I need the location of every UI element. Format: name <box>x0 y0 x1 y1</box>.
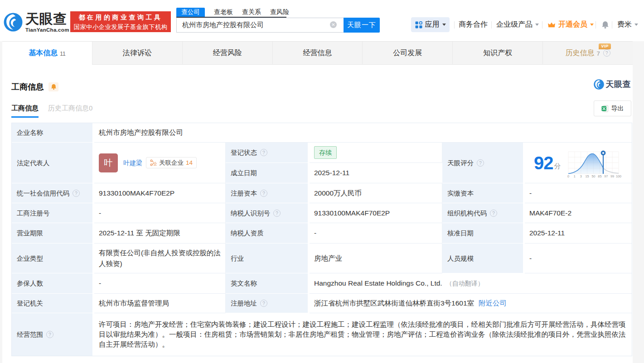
search-tab-relation[interactable]: 查关系 <box>242 8 261 16</box>
tab-label: 公司发展 <box>393 48 422 58</box>
legal-rep-name-link[interactable]: 叶建梁 <box>123 158 142 168</box>
tab-label: 经营风险 <box>213 48 242 58</box>
vip-badge: VIP <box>599 43 611 49</box>
search-input[interactable] <box>176 18 344 33</box>
table-row: 企业类型 有限责任公司(非自然人投资或控股的法人独资) 行业 房地产业 人员规模… <box>12 244 632 273</box>
reg-status-cell: 存续 <box>310 143 442 163</box>
help-icon[interactable] <box>260 190 267 197</box>
help-icon[interactable] <box>260 149 267 156</box>
svg-text:85: 85 <box>598 174 601 178</box>
tab-legal-proceedings[interactable]: 法律诉讼 <box>92 42 183 64</box>
tab-company-development[interactable]: 公司发展 <box>363 42 453 64</box>
credit-code-value: 91330100MAK4F70E2P <box>94 183 226 203</box>
tab-label: 经营信息 <box>303 48 332 58</box>
field-label: 行业 <box>226 244 310 273</box>
taxpayer-quality-value: - <box>310 223 442 244</box>
field-label: 人员规模 <box>442 244 525 273</box>
enterprise-label: 企业级产品 <box>496 20 533 29</box>
legal-rep-avatar[interactable]: 叶 <box>99 153 118 172</box>
table-row: 法定代表人 叶 叶建梁 企 关联企业 14 <box>12 143 632 163</box>
help-icon[interactable] <box>603 49 610 57</box>
site-header: 天眼查 TianYanCha.com 都在用的商业查询工具 国家中小企业发展子基… <box>0 0 644 41</box>
clear-search-icon[interactable]: ✕ <box>330 21 337 28</box>
help-icon[interactable] <box>490 210 497 217</box>
help-icon[interactable] <box>477 159 484 167</box>
help-icon[interactable] <box>73 190 80 197</box>
business-info-card: 工商信息 天眼查 工商信息 历史工商信息0 导出 <box>2 65 633 363</box>
vip-label: 开通会员 <box>558 20 587 29</box>
search-tab-company[interactable]: 查公司 <box>176 8 205 17</box>
nearby-companies-link[interactable]: 附近公司 <box>479 299 507 307</box>
tab-history-info[interactable]: VIP 历史信息 7 <box>543 42 633 64</box>
vip-menu[interactable]: 开通会员 <box>547 17 594 32</box>
tianyancha-logo[interactable]: 天眼查 TianYanCha.com <box>25 12 69 33</box>
svg-text:0: 0 <box>567 174 569 178</box>
tab-label: 法律诉讼 <box>123 48 152 58</box>
company-nav-tabs: 基本信息 11 法律诉讼 经营风险 经营信息 公司发展 知识产权 VIP 历史信… <box>2 41 633 65</box>
company-name-value: 杭州市房地产控股有限公司 <box>94 123 632 143</box>
business-cooperation-link[interactable]: 商务合作 <box>459 17 488 32</box>
english-name-cell: Hangzhou Real Estate Holdings Co., Ltd.（… <box>310 273 632 294</box>
field-label: 天眼评分 <box>442 143 525 183</box>
watermark-text: 天眼查 <box>606 79 631 90</box>
svg-text:3: 3 <box>580 174 581 178</box>
crown-icon <box>547 21 556 29</box>
export-button[interactable]: 导出 <box>594 100 631 116</box>
notifications-button[interactable] <box>601 17 609 32</box>
tab-count: 7 <box>596 50 600 57</box>
apps-menu-button[interactable]: 应用 <box>411 17 450 32</box>
business-info-table: 企业名称 杭州市房地产控股有限公司 法定代表人 叶 叶建梁 企 关联 <box>11 123 632 356</box>
help-icon[interactable] <box>46 331 53 338</box>
tab-intellectual-property[interactable]: 知识产权 <box>453 42 543 64</box>
insured-count-value: - <box>94 273 226 294</box>
english-name-value: Hangzhou Real Estate Holdings Co., Ltd. <box>314 279 442 287</box>
search-tabs-underline <box>176 17 286 18</box>
tyc-score-cell: 92 分 <box>525 143 632 183</box>
cooperation-label: 商务合作 <box>459 20 488 29</box>
approval-date-value: 2025-12-11 <box>525 223 632 244</box>
taxpayer-id-value: 91330100MAK4F70E2P <box>310 203 442 223</box>
user-menu[interactable]: 费米 <box>617 17 638 32</box>
reg-capital-value: 20000万人民币 <box>310 183 442 203</box>
svg-text:99: 99 <box>610 174 614 178</box>
field-label: 注册地址 <box>226 294 310 313</box>
search-button[interactable]: 天眼一下 <box>344 18 380 33</box>
tab-label: 历史信息 <box>565 48 594 58</box>
subtab-history-business-info[interactable]: 历史工商信息0 <box>48 104 92 118</box>
subtab-business-info[interactable]: 工商信息 <box>11 104 39 118</box>
search-bar: 天眼一下 <box>176 18 380 33</box>
chevron-down-icon <box>442 24 446 26</box>
related-companies-badge[interactable]: 企 关联企业 14 <box>146 157 197 168</box>
reg-address-cell: 浙江省杭州市拱墅区武林街道仙林桥直街3号1601室附近公司 <box>310 294 632 313</box>
field-label: 组织机构代码 <box>442 203 525 223</box>
field-label: 统一社会信用代码 <box>12 183 94 203</box>
table-row: 参保人数 - 英文名称 Hangzhou Real Estate Holding… <box>12 273 632 294</box>
divider <box>491 21 492 29</box>
table-row: 工商注册号 - 纳税人识别号 91330100MAK4F70E2P 组织机构代码… <box>12 203 632 223</box>
company-type-value: 有限责任公司(非自然人投资或控股的法人独资) <box>99 248 227 269</box>
search-tab-boss[interactable]: 查老板 <box>214 8 233 16</box>
field-label: 注册资本 <box>226 183 310 203</box>
reg-authority-value: 杭州市市场监督管理局 <box>94 294 226 313</box>
field-label: 参保人数 <box>12 273 94 294</box>
business-term-value: 2025-12-11 至 无固定期限 <box>94 223 226 244</box>
reg-number-value: - <box>94 203 226 223</box>
subscribe-bell-button[interactable] <box>48 82 58 91</box>
search-tab-risk[interactable]: 查风险 <box>270 8 289 16</box>
tab-basic-info[interactable]: 基本信息 11 <box>2 42 92 65</box>
search-tabs: 查公司 查老板 查关系 查风险 <box>176 8 380 17</box>
tianyancha-logo-icon[interactable] <box>4 13 23 33</box>
org-code-value: MAK4F70E-2 <box>525 203 632 223</box>
tab-operating-info[interactable]: 经营信息 <box>273 42 363 64</box>
help-icon[interactable] <box>273 210 281 217</box>
related-companies-icon: 企 <box>150 159 157 166</box>
score-distribution-chart: 0 1 3 15 50 85 97 99 100 <box>566 148 622 178</box>
enterprise-products-menu[interactable]: 企业级产品 <box>496 17 539 32</box>
help-icon[interactable] <box>260 300 267 307</box>
field-label: 英文名称 <box>226 273 310 294</box>
subtabs: 工商信息 历史工商信息0 <box>11 104 92 118</box>
field-label: 登记机关 <box>12 294 94 313</box>
divider <box>612 21 612 29</box>
legal-rep-cell: 叶 叶建梁 企 关联企业 14 <box>94 143 226 183</box>
tab-operating-risk[interactable]: 经营风险 <box>183 42 273 64</box>
